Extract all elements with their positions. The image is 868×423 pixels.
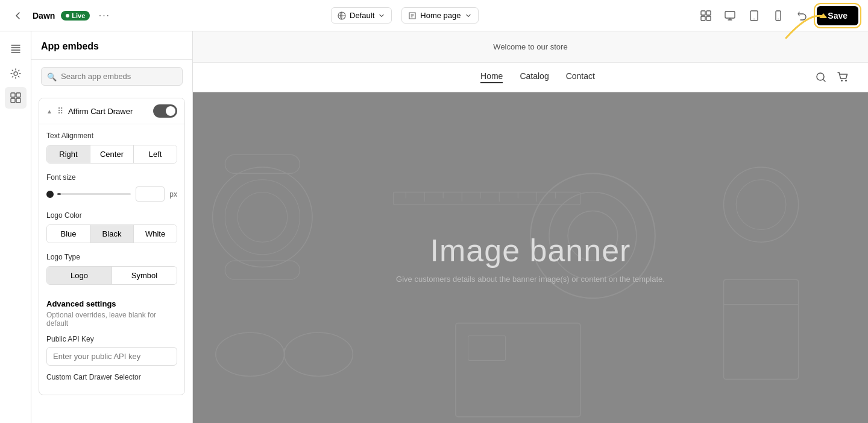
text-alignment-label: Text Alignment <box>46 132 177 140</box>
logo-color-white-button[interactable]: White <box>134 225 177 243</box>
alignment-right-button[interactable]: Right <box>47 145 90 163</box>
slider-fill <box>57 193 61 195</box>
public-api-key-input[interactable] <box>46 347 177 366</box>
preview-nav: Home Catalog Contact <box>193 63 868 92</box>
advanced-settings-section: Advanced settings Optional overrides, le… <box>39 292 184 335</box>
public-api-key-label: Public API Key <box>46 335 177 343</box>
page-selector[interactable]: Home page <box>401 7 478 24</box>
more-button[interactable]: ··· <box>96 7 113 24</box>
svg-point-31 <box>724 167 799 242</box>
font-size-input[interactable]: 12 <box>136 186 165 202</box>
svg-rect-4 <box>706 16 711 21</box>
text-alignment-group: Right Center Left <box>46 145 177 164</box>
svg-rect-11 <box>11 93 15 97</box>
main: App embeds 🔍 ▲ ⠿ Affirm Cart Drawer Text… <box>0 31 868 423</box>
slider-dot <box>46 191 54 198</box>
embed-settings: Text Alignment Right Center Left Font si… <box>39 124 184 292</box>
advanced-settings-title: Advanced settings <box>46 299 177 308</box>
svg-rect-3 <box>701 16 705 21</box>
logo-type-group: Logo Symbol <box>46 266 177 285</box>
public-api-key-section: Public API Key <box>39 335 184 373</box>
back-icon[interactable] <box>10 7 27 24</box>
logo-color-black-button[interactable]: Black <box>90 225 134 243</box>
svg-point-27 <box>285 332 353 376</box>
preview-hero: Image banner Give customers details abou… <box>193 92 868 423</box>
preview-nav-icons <box>815 71 849 83</box>
embed-item-name: Affirm Cart Drawer <box>68 107 148 116</box>
desktop-icon[interactable] <box>720 6 740 25</box>
cart-nav-icon[interactable] <box>837 71 849 83</box>
drag-icon[interactable]: ⠿ <box>57 106 63 116</box>
svg-rect-21 <box>225 154 300 173</box>
collapse-icon[interactable]: ▲ <box>46 108 52 115</box>
svg-point-9 <box>778 18 779 19</box>
svg-rect-14 <box>16 98 20 103</box>
nav-link-home[interactable]: Home <box>480 71 503 83</box>
svg-point-10 <box>14 72 17 75</box>
slider-container <box>46 191 131 198</box>
svg-rect-22 <box>225 261 300 279</box>
theme-selector[interactable]: Default <box>331 7 392 24</box>
font-size-label: Font size <box>46 173 177 182</box>
logo-type-logo-button[interactable]: Logo <box>47 267 112 284</box>
svg-point-16 <box>841 80 843 81</box>
save-button[interactable]: Save <box>817 6 858 25</box>
search-bar-container: 🔍 <box>41 67 183 86</box>
svg-rect-5 <box>725 11 735 18</box>
svg-rect-30 <box>468 336 506 360</box>
alignment-center-button[interactable]: Center <box>90 145 134 163</box>
sidebar-settings-icon[interactable] <box>5 63 27 84</box>
search-icon: 🔍 <box>47 72 57 81</box>
font-size-unit: px <box>169 190 177 199</box>
logo-color-blue-button[interactable]: Blue <box>47 225 90 243</box>
svg-rect-2 <box>706 11 711 15</box>
logo-color-label: Logo Color <box>46 211 177 220</box>
svg-point-18 <box>213 167 312 267</box>
svg-point-20 <box>237 192 288 242</box>
font-size-section: Font size 12 px <box>46 173 177 202</box>
logo-type-symbol-button[interactable]: Symbol <box>112 267 177 284</box>
preview-nav-links: Home Catalog Contact <box>480 71 595 83</box>
search-nav-icon[interactable] <box>815 71 827 83</box>
nav-link-contact[interactable]: Contact <box>566 71 595 83</box>
store-name: Dawn <box>33 11 55 21</box>
icon-sidebar <box>0 31 31 423</box>
svg-rect-29 <box>456 323 580 417</box>
search-input[interactable] <box>41 67 183 86</box>
embed-item: ▲ ⠿ Affirm Cart Drawer Text Alignment Ri… <box>39 98 185 395</box>
svg-point-32 <box>736 180 786 230</box>
tablet-icon[interactable] <box>744 6 764 25</box>
svg-rect-1 <box>701 11 705 15</box>
embed-item-header: ▲ ⠿ Affirm Cart Drawer <box>39 98 184 124</box>
svg-point-19 <box>225 180 300 255</box>
advanced-settings-description: Optional overrides, leave blank for defa… <box>46 311 177 328</box>
topbar-center: Default Home page <box>120 7 689 24</box>
nav-link-catalog[interactable]: Catalog <box>520 71 549 83</box>
undo-icon[interactable] <box>793 6 812 25</box>
text-alignment-section: Text Alignment Right Center Left <box>46 132 177 164</box>
slider-track[interactable] <box>57 193 131 195</box>
customize-icon[interactable] <box>696 6 715 25</box>
svg-point-17 <box>845 80 847 81</box>
panel-title: App embeds <box>41 41 183 52</box>
preview-frame: Welcome to our store Home Catalog Contac… <box>193 31 868 423</box>
settings-panel: App embeds 🔍 ▲ ⠿ Affirm Cart Drawer Text… <box>31 31 193 423</box>
svg-point-26 <box>216 332 285 376</box>
svg-point-7 <box>753 18 755 19</box>
alignment-left-button[interactable]: Left <box>134 145 177 163</box>
hero-content: Image banner Give customers details abou… <box>396 232 665 284</box>
hero-subtitle: Give customers details about the banner … <box>396 275 665 284</box>
mobile-icon[interactable] <box>769 6 788 25</box>
topbar: Dawn Live ··· Default Home page <box>0 0 868 31</box>
sidebar-nav-icon[interactable] <box>5 39 27 60</box>
live-badge: Live <box>61 11 90 21</box>
topbar-left: Dawn Live ··· <box>10 7 113 24</box>
panel-header: App embeds <box>31 31 192 60</box>
embed-toggle[interactable] <box>153 104 177 118</box>
canvas: Welcome to our store Home Catalog Contac… <box>193 31 868 423</box>
preview-store-header: Welcome to our store <box>193 31 868 63</box>
sidebar-blocks-icon[interactable] <box>5 87 27 109</box>
svg-point-15 <box>817 73 824 80</box>
logo-color-group: Blue Black White <box>46 224 177 243</box>
svg-rect-33 <box>724 279 799 379</box>
